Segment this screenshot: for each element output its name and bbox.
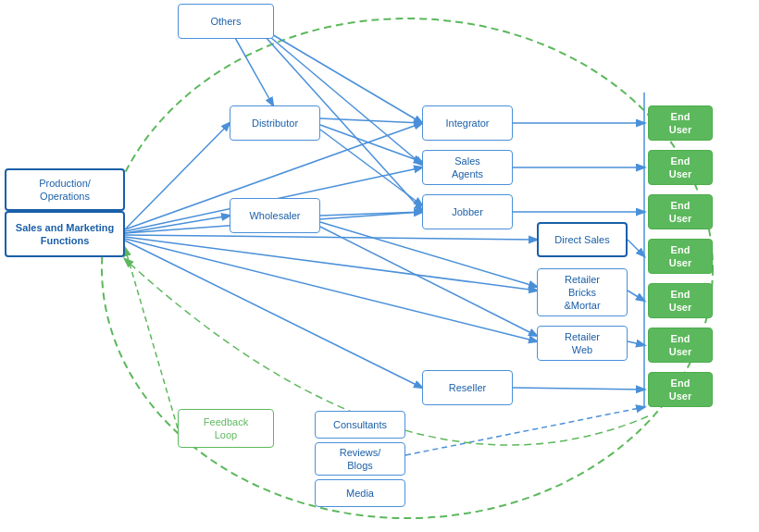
- svg-line-26: [628, 341, 644, 345]
- sales-agents-box: Sales Agents: [422, 150, 513, 185]
- retailer-bricks-box: Retailer Bricks &Mortar: [537, 268, 628, 316]
- svg-line-9: [125, 239, 537, 341]
- svg-line-28: [405, 407, 644, 455]
- jobber-box: Jobber: [422, 194, 513, 229]
- integrator-box: Integrator: [422, 105, 513, 141]
- reseller-box: Reseller: [422, 370, 513, 405]
- end-user-3-box: End User: [648, 194, 713, 229]
- svg-line-18: [320, 212, 422, 216]
- svg-line-19: [320, 222, 537, 287]
- svg-line-7: [125, 235, 537, 240]
- direct-sales-box: Direct Sales: [537, 222, 628, 257]
- svg-line-2: [125, 123, 230, 229]
- end-user-7-box: End User: [648, 372, 713, 407]
- sales-marketing-box: Sales and Marketing Functions: [5, 211, 125, 257]
- svg-line-8: [125, 237, 537, 291]
- svg-line-27: [513, 388, 644, 390]
- feedback-loop-box: Feedback Loop: [178, 409, 274, 448]
- svg-line-30: [125, 248, 178, 428]
- end-user-6-box: End User: [648, 328, 713, 363]
- wholesaler-box: Wholesaler: [230, 198, 320, 233]
- consultants-box: Consultants: [315, 411, 405, 439]
- diagram-container: Others Production/ Operations Sales and …: [0, 0, 759, 532]
- svg-line-16: [320, 125, 422, 162]
- svg-line-20: [320, 227, 537, 336]
- distributor-box: Distributor: [230, 105, 320, 141]
- svg-line-10: [125, 241, 422, 388]
- reviews-blogs-box: Reviews/ Blogs: [315, 442, 405, 476]
- end-user-2-box: End User: [648, 150, 713, 185]
- others-box: Others: [178, 4, 274, 39]
- end-user-1-box: End User: [648, 105, 713, 141]
- production-box: Production/ Operations: [5, 168, 125, 211]
- svg-line-15: [320, 118, 422, 123]
- end-user-4-box: End User: [648, 239, 713, 274]
- end-user-5-box: End User: [648, 283, 713, 318]
- svg-line-24: [628, 240, 644, 256]
- svg-line-13: [259, 28, 422, 165]
- retailer-web-box: Retailer Web: [537, 326, 628, 361]
- media-box: Media: [315, 479, 405, 507]
- svg-line-3: [125, 216, 230, 233]
- svg-line-25: [628, 291, 644, 301]
- svg-line-17: [320, 130, 422, 205]
